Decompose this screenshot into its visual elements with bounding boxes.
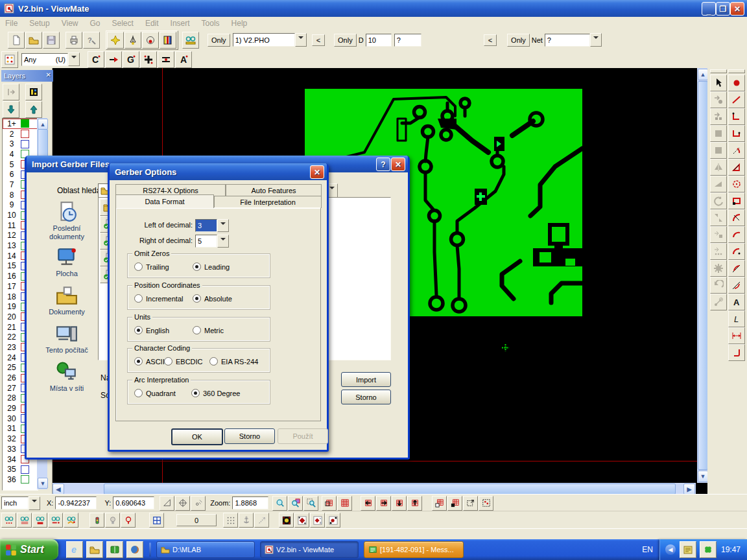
dcode-search-field[interactable]: ? (394, 34, 421, 47)
menu-file[interactable]: File (5, 19, 18, 28)
flash-icon[interactable] (107, 32, 124, 49)
pan-left-icon[interactable] (361, 496, 375, 511)
tab-auto-features[interactable]: Auto Features (226, 184, 322, 196)
dcode-colors-icon[interactable] (1, 51, 18, 68)
vis-flash-icon[interactable] (32, 513, 47, 528)
toolbar-handle[interactable] (710, 69, 727, 73)
pan-up-icon[interactable] (407, 496, 422, 511)
window-grid-icon[interactable] (149, 513, 164, 528)
right-of-decimal-combo[interactable]: 5 (195, 235, 229, 248)
text-icon[interactable]: A (728, 294, 745, 310)
horizontal-scroll-thumb[interactable] (104, 484, 676, 495)
import-button[interactable]: Import (341, 372, 391, 387)
layer-row[interactable]: 3 (3, 139, 38, 149)
layer-color-swatch[interactable] (21, 119, 29, 128)
menu-insert[interactable]: Insert (171, 19, 190, 28)
import-help-icon[interactable]: ? (376, 158, 390, 171)
line-icon[interactable] (728, 91, 745, 108)
lamp-solid-icon[interactable] (105, 513, 120, 528)
filter-c-icon[interactable]: C (88, 51, 104, 68)
arc2-icon[interactable] (728, 226, 745, 243)
arrow-up-icon[interactable] (25, 101, 42, 118)
arc4-icon[interactable] (728, 260, 745, 277)
book-icon[interactable] (106, 541, 123, 558)
filter-combo[interactable]: Any(U) (21, 53, 68, 66)
layers-close-icon[interactable]: ✕ (46, 71, 51, 78)
gerber-close-icon[interactable]: ✕ (310, 165, 324, 179)
unit-combo[interactable]: inch (1, 496, 29, 509)
close-button[interactable]: ✕ (730, 2, 744, 16)
move-item-icon[interactable] (710, 226, 727, 243)
zoom-value[interactable]: 1.8868 (232, 496, 268, 509)
layer-row[interactable]: 36 (3, 474, 38, 485)
move-a-icon[interactable] (710, 91, 727, 108)
arc3-icon[interactable] (728, 243, 745, 260)
only-net-button[interactable]: Only (507, 34, 530, 47)
menu-setup[interactable]: Setup (29, 19, 49, 28)
outline-icon[interactable] (728, 125, 745, 142)
pan-right-icon[interactable] (376, 496, 391, 511)
layer-combo-arrow-icon[interactable] (295, 33, 307, 47)
new-file-icon[interactable] (8, 32, 25, 49)
task-viewmate[interactable]: V2.bin - ViewMate (260, 541, 359, 558)
layer-scroll-down-icon[interactable]: ▼ (38, 478, 48, 489)
grid-frame-icon[interactable] (322, 496, 337, 511)
clock[interactable]: 19:47 (721, 545, 741, 554)
zoom-grid-icon[interactable] (288, 496, 303, 511)
help-pointer-icon[interactable]: ? (83, 32, 100, 49)
layer-film-icon[interactable] (25, 84, 42, 100)
dot-grid-icon[interactable] (223, 513, 238, 528)
firefox-icon[interactable] (126, 541, 143, 558)
plumb-icon[interactable] (124, 32, 141, 49)
move-b-icon[interactable] (710, 108, 727, 125)
place-computer[interactable]: Tento počítač (36, 323, 98, 355)
vis-draw-icon[interactable] (48, 513, 63, 528)
tab-file-interpretation[interactable]: File Interpretation (214, 196, 322, 208)
print-icon[interactable] (65, 32, 82, 49)
filter-combo-arrow-icon[interactable] (68, 52, 80, 66)
language-indicator[interactable]: EN (642, 545, 653, 554)
window-titlebar[interactable]: V2.bin - ViewMate _ ❐ ✕ (0, 0, 747, 17)
layer-combo[interactable]: 1) V2.PHO (233, 33, 295, 47)
layer-row[interactable]: 35 (3, 464, 38, 474)
filter-arrow-icon[interactable] (105, 51, 122, 68)
radio-absolute[interactable]: Absolute (193, 294, 232, 303)
folder-ql-icon[interactable] (86, 541, 103, 558)
layer-color-swatch[interactable] (21, 130, 29, 138)
jump-arrows-icon[interactable] (254, 513, 269, 528)
origin-probe-icon[interactable] (191, 496, 206, 511)
triangle-icon[interactable] (728, 159, 745, 176)
radio-english[interactable]: English (134, 326, 169, 334)
layer-color-swatch[interactable] (21, 465, 29, 474)
start-button[interactable]: Start (0, 539, 58, 560)
only-dcode-button[interactable]: Only (334, 34, 357, 47)
pan-down-icon[interactable] (392, 496, 407, 511)
arc5-icon[interactable] (728, 277, 745, 294)
open-file-icon[interactable] (25, 32, 42, 49)
minimize-button[interactable]: _ (702, 2, 716, 16)
save-file-icon[interactable] (43, 32, 60, 49)
radio-ebcdic[interactable]: EBCDIC (164, 357, 203, 366)
pattern-dcode-icon[interactable]: s3 (310, 513, 325, 528)
menu-help[interactable]: Help (231, 19, 248, 28)
scroll-up-icon[interactable]: ▲ (698, 69, 708, 80)
pad-icon[interactable] (728, 75, 745, 91)
target-circle-icon[interactable] (142, 32, 159, 49)
anchor-icon[interactable] (239, 513, 254, 528)
place-recent[interactable]: Poslednídokumenty (36, 201, 98, 241)
gerber-dialog-titlebar[interactable]: Gerber Options ✕ (110, 163, 327, 180)
mirror-icon[interactable] (710, 159, 727, 176)
place-network[interactable]: Místa v síti (36, 361, 98, 393)
square-a-icon[interactable] (710, 125, 727, 142)
traffic-light-icon[interactable] (89, 513, 104, 528)
task-message[interactable]: [191-482-091] - Mess... (364, 541, 464, 558)
square-b-icon[interactable] (710, 142, 727, 159)
layers-panel-titlebar[interactable]: Layers ✕ (1, 70, 53, 82)
vis-pads-icon[interactable] (1, 513, 16, 528)
only-layer-button[interactable]: Only (208, 34, 230, 47)
measure-glasses-icon[interactable] (182, 32, 199, 49)
filter-a-icon[interactable]: A (175, 51, 192, 68)
gerber-cancel-button[interactable]: Storno (224, 428, 275, 444)
radio-quadrant[interactable]: Quadrant (134, 389, 176, 397)
corner-icon[interactable] (728, 344, 745, 361)
